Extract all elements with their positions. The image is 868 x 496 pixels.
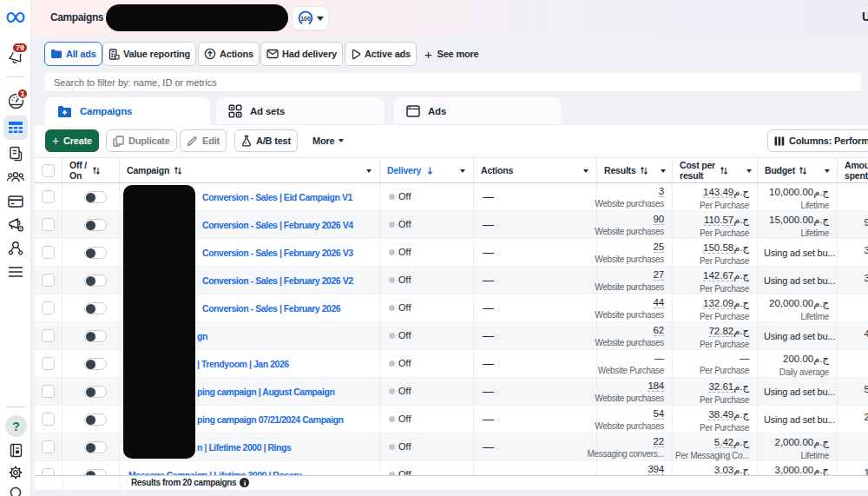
campaigns-nav-item[interactable] bbox=[0, 120, 31, 136]
campaign-link[interactable]: ping campaign | August Campaign bbox=[197, 387, 334, 397]
cost-value[interactable]: 3.03ج.م bbox=[675, 464, 749, 476]
ads-settings-item[interactable] bbox=[0, 215, 31, 234]
results-value[interactable]: 27 bbox=[595, 269, 664, 280]
campaign-link[interactable]: Conversion - Sales | February 2026 bbox=[202, 303, 340, 314]
campaign-toggle-off[interactable] bbox=[84, 274, 107, 287]
row-checkbox[interactable] bbox=[42, 301, 55, 314]
header-amount-spent[interactable]: Amountspent bbox=[838, 158, 868, 182]
cost-value[interactable]: 142.67ج.م bbox=[700, 269, 749, 281]
search-input[interactable]: Search to filter by: name, ID or metrics bbox=[45, 73, 861, 91]
info-icon[interactable]: i bbox=[240, 478, 249, 487]
campaign-toggle-off[interactable] bbox=[84, 191, 107, 203]
campaign-toggle-off[interactable] bbox=[84, 302, 107, 314]
column-menu-caret[interactable] bbox=[583, 169, 589, 173]
row-checkbox[interactable] bbox=[42, 385, 55, 398]
news-item[interactable] bbox=[0, 441, 31, 459]
campaign-link[interactable]: Conversion - Sales | Eid Campaign V1 bbox=[202, 192, 352, 202]
row-checkbox[interactable] bbox=[42, 357, 55, 370]
audiences-item[interactable] bbox=[0, 169, 31, 186]
cost-value[interactable]: 110.57ج.م bbox=[700, 214, 749, 226]
edit-button[interactable]: Edit bbox=[180, 129, 227, 152]
column-menu-caret[interactable] bbox=[460, 169, 465, 173]
header-actions[interactable]: Actions bbox=[474, 158, 597, 182]
cost-value[interactable]: 143.49ج.م bbox=[700, 186, 749, 198]
campaign-link[interactable]: n | Lifetime 2000 | Rings bbox=[197, 442, 291, 453]
results-value[interactable]: 44 bbox=[595, 297, 664, 308]
campaign-toggle-off[interactable] bbox=[84, 413, 107, 426]
filter-actions[interactable]: Actions bbox=[198, 42, 260, 66]
account-selector-redacted[interactable] bbox=[106, 4, 288, 31]
create-button[interactable]: + Create bbox=[45, 129, 99, 152]
header-delivery[interactable]: Delivery bbox=[380, 158, 474, 182]
header-results[interactable]: Results bbox=[597, 158, 673, 182]
top-right-clipped-button[interactable]: Update bbox=[862, 10, 868, 23]
column-menu-caret[interactable] bbox=[825, 169, 830, 173]
campaign-link[interactable]: Conversion - Sales | February 2026 V2 bbox=[202, 275, 353, 286]
meta-logo[interactable] bbox=[0, 9, 31, 26]
cost-value[interactable]: 38.49ج.م bbox=[700, 408, 749, 420]
filter-had-delivery[interactable]: Had delivery bbox=[260, 42, 343, 66]
ads-reporting-item[interactable] bbox=[0, 145, 31, 162]
campaign-toggle-off[interactable] bbox=[84, 358, 107, 370]
header-select-all[interactable] bbox=[35, 158, 62, 182]
header-off-on[interactable]: Off /On bbox=[62, 158, 120, 182]
row-checkbox[interactable] bbox=[42, 329, 55, 342]
campaign-toggle-off[interactable] bbox=[84, 219, 107, 231]
column-menu-caret[interactable] bbox=[366, 169, 372, 173]
help-button[interactable]: ? bbox=[5, 415, 27, 437]
tab-ads[interactable]: Ads bbox=[394, 97, 562, 125]
settings-item[interactable] bbox=[0, 464, 31, 481]
campaign-link[interactable]: | Trendyoom | Jan 2026 bbox=[197, 359, 289, 369]
campaign-link[interactable]: Conversion - Sales | February 2026 V4 bbox=[202, 220, 353, 230]
column-menu-caret[interactable] bbox=[746, 169, 752, 173]
header-budget[interactable]: Budget bbox=[758, 158, 838, 182]
filter-active-ads[interactable]: Active ads bbox=[345, 42, 417, 66]
row-checkbox[interactable] bbox=[42, 440, 55, 453]
row-checkbox[interactable] bbox=[42, 413, 55, 426]
row-checkbox[interactable] bbox=[42, 218, 55, 231]
tab-campaigns[interactable]: Campaigns bbox=[45, 97, 210, 125]
results-value[interactable]: 90 bbox=[595, 214, 664, 224]
assets-item[interactable] bbox=[0, 240, 31, 258]
ab-test-button[interactable]: A/B test bbox=[234, 129, 298, 152]
filter-all-ads[interactable]: All ads bbox=[44, 42, 102, 66]
search-tool-item[interactable] bbox=[0, 485, 31, 496]
cost-value[interactable]: 72.82ج.م bbox=[700, 325, 749, 337]
tab-ad-sets[interactable]: Ad sets bbox=[216, 97, 384, 125]
campaign-toggle-off[interactable] bbox=[84, 386, 107, 398]
results-value[interactable]: 184 bbox=[595, 380, 664, 391]
results-value[interactable]: 3 bbox=[595, 186, 664, 196]
cost-value[interactable]: 32.61ج.م bbox=[700, 380, 749, 393]
all-tools-item[interactable] bbox=[0, 265, 31, 279]
filter-value-reporting[interactable]: Value reporting bbox=[102, 42, 196, 66]
more-button[interactable]: More bbox=[306, 129, 350, 152]
results-value[interactable]: 54 bbox=[595, 408, 664, 419]
campaign-toggle-off[interactable] bbox=[84, 441, 107, 453]
filter-see-more[interactable]: + See more bbox=[424, 42, 479, 66]
campaign-link[interactable]: ping campaign 07/21/2024 Campaign bbox=[197, 414, 343, 425]
row-checkbox[interactable] bbox=[42, 274, 55, 287]
results-value[interactable]: 25 bbox=[595, 241, 664, 252]
results-value[interactable]: 22 bbox=[588, 436, 665, 446]
select-all-checkbox[interactable] bbox=[42, 164, 55, 177]
column-menu-caret[interactable] bbox=[661, 169, 666, 173]
results-value[interactable]: — bbox=[598, 353, 664, 363]
cost-value[interactable]: 5.42ج.م bbox=[675, 436, 749, 448]
campaign-link[interactable]: gn bbox=[197, 331, 207, 341]
billing-item[interactable] bbox=[0, 193, 31, 209]
header-cost-per-result[interactable]: Cost perresult bbox=[673, 158, 758, 182]
opportunity-score-button[interactable]: 100 bbox=[292, 6, 329, 30]
cost-value[interactable]: 132.09ج.م bbox=[700, 297, 749, 309]
cost-value[interactable]: — bbox=[700, 353, 749, 363]
campaign-link[interactable]: Conversion - Sales | February 2026 V3 bbox=[202, 248, 353, 258]
cost-value[interactable]: 150.58ج.م bbox=[700, 241, 749, 254]
columns-button[interactable]: Columns: Performance bbox=[767, 129, 868, 152]
results-value[interactable]: 394 bbox=[588, 464, 665, 474]
row-checkbox[interactable] bbox=[42, 190, 55, 203]
campaign-toggle-off[interactable] bbox=[84, 247, 107, 259]
results-value[interactable]: 62 bbox=[595, 325, 664, 335]
duplicate-button[interactable]: Duplicate bbox=[106, 129, 177, 152]
row-checkbox[interactable] bbox=[42, 246, 55, 259]
campaign-toggle-off[interactable] bbox=[84, 330, 107, 342]
header-campaign[interactable]: Campaign bbox=[120, 158, 380, 182]
